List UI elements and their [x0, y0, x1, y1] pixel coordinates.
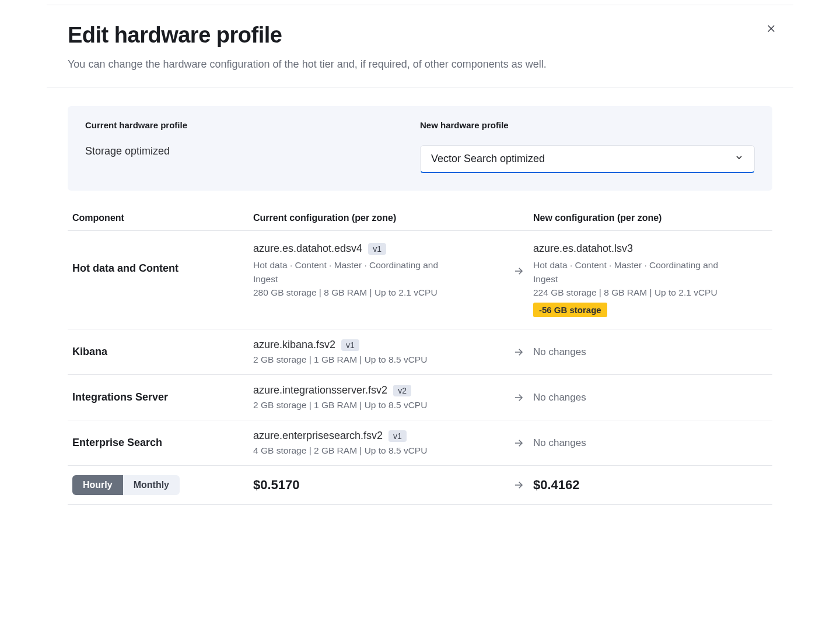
storage-delta-badge: -56 GB storage	[533, 303, 607, 317]
component-name: Enterprise Search	[72, 437, 162, 448]
close-icon	[766, 23, 776, 36]
current-config-specs: 2 GB storage | 1 GB RAM | Up to 8.5 vCPU	[253, 354, 504, 365]
version-badge: v1	[341, 339, 359, 351]
table-row-enterprise: Enterprise Search azure.enterprisesearch…	[68, 420, 772, 466]
current-config-specs: 4 GB storage | 2 GB RAM | Up to 8.5 vCPU	[253, 445, 504, 456]
current-config-name: azure.es.datahot.edsv4	[253, 243, 362, 255]
no-changes-label: No changes	[533, 346, 586, 357]
dialog-header: Edit hardware profile You can change the…	[47, 5, 793, 87]
comparison-table: Component Current configuration (per zon…	[68, 207, 772, 505]
component-name: Kibana	[72, 346, 107, 357]
version-badge: v2	[393, 385, 411, 396]
billing-period-toggle: Hourly Monthly	[72, 475, 180, 495]
col-header-new: New configuration (per zone)	[533, 213, 768, 223]
no-changes-label: No changes	[533, 437, 586, 448]
current-profile-label: Current hardware profile	[85, 120, 420, 130]
version-badge: v1	[388, 430, 407, 442]
close-button[interactable]	[762, 20, 780, 39]
no-changes-label: No changes	[533, 392, 586, 403]
current-config-specs: 280 GB storage | 8 GB RAM | Up to 2.1 vC…	[253, 287, 504, 298]
new-price: $0.4162	[533, 477, 580, 492]
hourly-toggle[interactable]: Hourly	[72, 475, 123, 495]
table-row-kibana: Kibana azure.kibana.fsv2 v1 2 GB storage…	[68, 329, 772, 375]
current-config-name: azure.integrationsserver.fsv2	[253, 384, 387, 396]
table-row-hot-data: Hot data and Content azure.es.datahot.ed…	[68, 231, 772, 329]
new-config-specs: 224 GB storage | 8 GB RAM | Up to 2.1 vC…	[533, 287, 768, 298]
arrow-right-icon	[504, 480, 533, 490]
arrow-right-icon	[504, 438, 533, 448]
current-config-name: azure.kibana.fsv2	[253, 339, 335, 351]
table-row-integrations: Integrations Server azure.integrationsse…	[68, 375, 772, 420]
current-profile-value: Storage optimized	[85, 145, 420, 157]
new-profile-label: New hardware profile	[420, 120, 755, 130]
pricing-row: Hourly Monthly $0.5170 $0.4162	[68, 466, 772, 505]
new-profile-select[interactable]: Vector Search optimized	[420, 145, 755, 173]
component-name: Hot data and Content	[72, 262, 178, 274]
new-config-name: azure.es.datahot.lsv3	[533, 243, 633, 255]
current-config-specs: 2 GB storage | 1 GB RAM | Up to 8.5 vCPU	[253, 400, 504, 410]
arrow-right-icon	[504, 347, 533, 357]
col-header-current: Current configuration (per zone)	[253, 213, 504, 223]
version-badge: v1	[368, 243, 386, 255]
component-name: Integrations Server	[72, 391, 168, 403]
profile-panel: Current hardware profile Storage optimiz…	[68, 106, 772, 191]
page-subtitle: You can change the hardware configuratio…	[68, 58, 772, 71]
current-config-name: azure.enterprisesearch.fsv2	[253, 430, 383, 442]
current-config-roles: Hot data · Content · Master · Coordinati…	[253, 258, 452, 286]
chevron-down-icon	[734, 153, 744, 165]
monthly-toggle[interactable]: Monthly	[123, 475, 180, 495]
arrow-right-icon	[504, 243, 533, 276]
page-title: Edit hardware profile	[68, 23, 772, 48]
table-header: Component Current configuration (per zon…	[68, 207, 772, 231]
arrow-right-icon	[504, 392, 533, 403]
new-profile-select-value: Vector Search optimized	[431, 153, 545, 165]
col-header-component: Component	[72, 213, 253, 223]
new-config-roles: Hot data · Content · Master · Coordinati…	[533, 258, 732, 286]
current-price: $0.5170	[253, 477, 300, 492]
